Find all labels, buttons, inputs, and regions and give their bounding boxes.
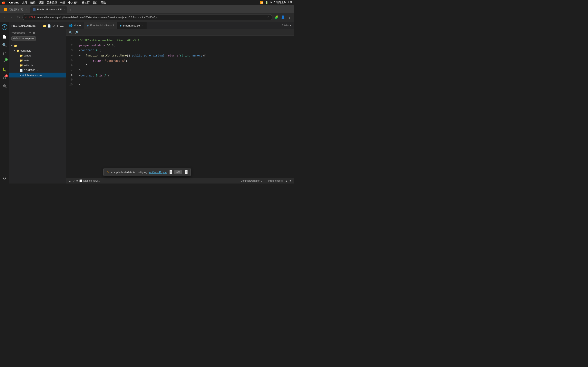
workspace-edit-icon[interactable]: ✏ (29, 31, 31, 34)
scripts-folder-icon: 📁 (20, 54, 23, 57)
line-num-3: 3 (66, 48, 74, 53)
menu-edit[interactable]: 编辑 (30, 1, 35, 4)
status-up-icon[interactable]: ▲ (69, 179, 71, 182)
main-content: R 🔍 ✓ ✓ (0, 22, 294, 184)
breadcrumb-up-icon[interactable]: ▲ (285, 179, 287, 182)
sidebar-search-icon[interactable]: 🔍 (1, 42, 8, 49)
sidebar-debug-icon[interactable]: 🐛 (1, 66, 8, 73)
bookmark-icon[interactable]: ☆ (267, 16, 270, 19)
toast-action-button[interactable]: json (174, 170, 182, 174)
tab-close-remix[interactable]: × (63, 8, 65, 11)
toast-action-close[interactable]: × (185, 170, 187, 174)
menu-tabs[interactable]: 标签页 (82, 1, 90, 4)
editor-tabs: 🌐 Home ◈ FunctionModifier.sol ◈ Inherita… (66, 22, 294, 29)
code-view[interactable]: 1 2 3 4 5 6 7 8 9 10 // SPDX-License-Ide… (66, 36, 294, 178)
breadcrumb-references: 0 reference(s) (268, 179, 284, 182)
menu-file[interactable]: 文件 (22, 1, 27, 4)
tab-icon-remix (33, 8, 35, 11)
sidebar-files-icon[interactable] (1, 33, 8, 41)
tree-folder-contracts[interactable]: ▼ 📁 contracts (9, 48, 66, 53)
listen-network-checkbox[interactable] (79, 179, 82, 182)
tests-label: tests (24, 59, 29, 62)
profile-button[interactable]: 👤 (280, 15, 286, 20)
tree-folder-tests[interactable]: 📁 tests (9, 58, 66, 63)
code-line-5-sp (103, 59, 105, 63)
tab-close-ppt[interactable]: × (26, 8, 28, 11)
sidebar-git-icon[interactable] (1, 50, 8, 57)
listen-network-label[interactable]: listen on netw... (79, 179, 100, 182)
toast-close-button[interactable]: × (169, 170, 172, 174)
workspace-new-icon[interactable]: + (26, 31, 28, 34)
menu-view[interactable]: 视图 (38, 1, 44, 4)
extensions-button[interactable]: 🧩 (274, 15, 279, 20)
menu-bar-left: 🍎 Chrome 文件 编辑 视图 历史记录 书签 个人资料 标签页 窗口 帮助 (2, 1, 106, 4)
new-tab-button[interactable]: + (67, 7, 73, 13)
zoom-in-button[interactable]: 🔎 (74, 30, 79, 35)
line-num-7: 7 (66, 67, 74, 72)
code-line-4-public: public (132, 54, 142, 57)
sidebar-test-icon[interactable]: ⬡ 2 (1, 74, 8, 81)
toast-message: compilerMetadata is modifying (111, 171, 147, 174)
browser-tab-ppt[interactable]: 无标题幻灯片 × (2, 6, 30, 13)
line-num-2: 2 (66, 43, 74, 48)
tree-file-inheritance[interactable]: ● ◈ Inheritance.sol (9, 73, 66, 77)
apple-icon[interactable]: 🍎 (2, 1, 6, 4)
sidebar-verify-icon[interactable]: ✓ ✓ (1, 58, 8, 65)
workspace-delete-icon[interactable]: 🗑 (33, 31, 35, 34)
upload-icon[interactable]: ⬆ (57, 24, 59, 27)
editor-tab-funcmod[interactable]: ◈ FunctionModifier.sol (84, 22, 117, 29)
code-line-5-indent (79, 59, 93, 63)
menu-window[interactable]: 窗口 (93, 1, 98, 4)
sidebar-settings-icon[interactable]: ⚙ (1, 175, 8, 182)
line-num-10: 10 (66, 82, 74, 87)
menu-wifi-icon: 📶 (260, 1, 263, 4)
menu-profile[interactable]: 个人资料 (68, 1, 79, 4)
menu-app-name[interactable]: Chrome (9, 1, 19, 4)
menu-battery-icon: 🔋 (265, 1, 268, 4)
editor-tab-home[interactable]: 🌐 Home (66, 22, 84, 29)
tree-file-readme[interactable]: 📄 README.txt (9, 68, 66, 73)
menu-bar: 🍎 Chrome 文件 编辑 视图 历史记录 书签 个人资料 标签页 窗口 帮助… (0, 0, 294, 5)
code-line-2-pragma: pragma (79, 44, 89, 47)
back-button[interactable]: ‹ (2, 15, 7, 20)
file-explorer-header: FILE EXPLORERS 📁 📄 ⎇ ⬆ ▬ (9, 22, 66, 30)
reload-button[interactable]: ↻ (16, 15, 21, 20)
tree-folder-scripts[interactable]: 📁 scripts (9, 53, 66, 58)
status-reload-icon[interactable]: ↺ (73, 179, 75, 182)
line-num-8: 8 (66, 72, 74, 77)
inherit-tab-close[interactable]: × (142, 24, 144, 27)
git-init-icon[interactable]: ⎇ (52, 24, 55, 27)
forward-button[interactable]: › (9, 15, 14, 20)
url-text[interactable]: remix.ethereum.org/#optimize=false&runs=… (37, 16, 265, 19)
insecure-label: 不安全 (29, 16, 36, 19)
contracts-folder-icon: 📁 (16, 49, 20, 52)
menu-button[interactable]: ⋮ (287, 15, 292, 20)
tabs-count-label[interactable]: 3 tabs ▼ (280, 24, 294, 27)
new-folder-icon[interactable]: 📁 (43, 24, 46, 27)
code-content[interactable]: // SPDX-License-Identifier: GPL-3.0 prag… (76, 36, 294, 178)
artifacts-label: artifacts (24, 64, 33, 67)
code-line-2-semi: ; (113, 44, 115, 47)
workspace-select[interactable]: default_workspace (11, 36, 36, 41)
sidebar-plugin-icon[interactable]: 🔌 (1, 82, 8, 90)
address-bar[interactable]: ⚠ 不安全 remix.ethereum.org/#optimize=false… (22, 14, 272, 20)
breadcrumb-down-icon[interactable]: ▼ (289, 179, 292, 182)
home-globe-icon: 🌐 (69, 24, 72, 27)
editor-tab-inherit[interactable]: ◈ Inheritance.sol × (117, 22, 147, 29)
listen-network-text: listen on netw... (83, 179, 100, 182)
menu-help[interactable]: 帮助 (101, 1, 106, 4)
menu-bookmarks[interactable]: 书签 (60, 1, 65, 4)
toast-link[interactable]: artifacts/B.json (149, 171, 167, 174)
code-line-6-indent (79, 64, 86, 67)
inherit-label: Inheritance.sol (25, 74, 43, 77)
zoom-out-button[interactable]: 🔍 (68, 30, 73, 35)
browser-tab-remix[interactable]: Remix - Ethereum IDE × (30, 6, 67, 13)
new-file-icon[interactable]: 📄 (47, 24, 51, 27)
line-numbers: 1 2 3 4 5 6 7 8 9 10 (66, 36, 76, 178)
panel-close-icon[interactable]: ▬ (60, 24, 63, 28)
menu-history[interactable]: 历史记录 (47, 1, 57, 4)
svg-point-5 (5, 52, 6, 53)
tree-root[interactable]: ▼ 📁 (9, 43, 66, 48)
activity-bar: R 🔍 ✓ ✓ (0, 22, 9, 184)
tree-folder-artifacts[interactable]: 📁 artifacts (9, 63, 66, 68)
